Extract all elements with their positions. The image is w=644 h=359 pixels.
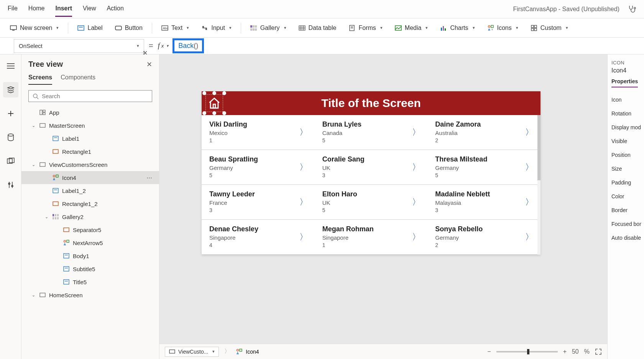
- breadcrumb-control[interactable]: Icon4: [236, 349, 259, 355]
- input-button[interactable]: Input▾: [197, 22, 236, 34]
- add-rail-icon[interactable]: [3, 106, 18, 121]
- breadcrumb-screen[interactable]: ViewCusto... ▾: [165, 347, 219, 357]
- tools-rail-icon[interactable]: [3, 177, 18, 193]
- search-input[interactable]: [28, 90, 152, 102]
- menu-action[interactable]: Action: [107, 1, 123, 17]
- gallery-item[interactable]: Coralie SangUK3〉: [315, 150, 428, 185]
- tree-item[interactable]: App: [21, 106, 159, 119]
- hamburger-icon[interactable]: [3, 58, 18, 74]
- tree-item[interactable]: ⌄HomeScreen: [21, 288, 159, 301]
- property-row[interactable]: Auto disable: [611, 231, 640, 245]
- datatable-button[interactable]: Data table: [294, 22, 341, 34]
- tree-item[interactable]: Rectangle1: [21, 145, 159, 158]
- fit-to-window-icon[interactable]: [595, 348, 602, 355]
- chevron-right-icon[interactable]: 〉: [299, 161, 308, 173]
- chevron-right-icon[interactable]: 〉: [525, 127, 534, 138]
- tree-item[interactable]: NextArrow5: [21, 236, 159, 249]
- menu-view[interactable]: View: [83, 1, 96, 17]
- gallery-item[interactable]: Denae ChesleySingapore4〉: [202, 220, 315, 255]
- gallery-item-name: Coralie Sang: [322, 155, 420, 163]
- property-row[interactable]: Rotation: [611, 107, 640, 120]
- property-row[interactable]: Display mod: [611, 120, 640, 134]
- app-canvas[interactable]: Title of the Screen Viki DarlingMexico1〉…: [202, 91, 540, 255]
- zoom-slider[interactable]: [496, 351, 558, 352]
- button-button[interactable]: Button: [110, 22, 147, 34]
- property-row[interactable]: Position: [611, 148, 640, 162]
- chevron-right-icon[interactable]: 〉: [299, 196, 308, 208]
- gallery-item[interactable]: Madaline NeblettMalayasia3〉: [427, 185, 540, 220]
- menu-home[interactable]: Home: [28, 1, 45, 17]
- gallery-item[interactable]: Sonya RebelloGermany2〉: [427, 220, 540, 255]
- gallery-item[interactable]: Elton HaroUK5〉: [315, 185, 428, 220]
- tree-item-label: App: [49, 109, 59, 116]
- gallery-item[interactable]: Beau SpratlingGermany5〉: [202, 150, 315, 185]
- more-icon[interactable]: ⋯: [146, 174, 155, 181]
- property-row[interactable]: Visible: [611, 134, 640, 148]
- chevron-right-icon[interactable]: 〉: [412, 161, 421, 173]
- chevron-right-icon[interactable]: 〉: [412, 127, 421, 138]
- tree-item-label: Label1: [62, 135, 79, 142]
- selected-icon-control[interactable]: [204, 93, 225, 114]
- tree-item[interactable]: Body1: [21, 249, 159, 262]
- gallery-button[interactable]: Gallery▾: [246, 22, 291, 34]
- tree-item[interactable]: Label1_2: [21, 184, 159, 197]
- charts-button[interactable]: Charts▾: [435, 22, 479, 34]
- gallery-item[interactable]: Megan RohmanSingapore1〉: [315, 220, 428, 255]
- property-row[interactable]: Size: [611, 162, 640, 176]
- tree-item[interactable]: Separator5: [21, 223, 159, 236]
- svg-rect-51: [43, 110, 45, 112]
- text-button[interactable]: Abc Text▾: [157, 22, 194, 34]
- property-row[interactable]: Padding: [611, 176, 640, 189]
- tree-item[interactable]: ⌄MasterScreen: [21, 119, 159, 132]
- gallery-item[interactable]: Bruna LylesCanada5〉: [315, 115, 428, 150]
- icons-button[interactable]: + Icons▾: [483, 22, 523, 34]
- label-button[interactable]: Label: [73, 22, 107, 34]
- custom-button[interactable]: Custom▾: [526, 22, 573, 34]
- tree-item[interactable]: Icon4⋯: [21, 171, 159, 184]
- close-icon[interactable]: ✕: [146, 60, 152, 69]
- tree-item[interactable]: Subtitle5: [21, 262, 159, 275]
- forms-button[interactable]: Forms▾: [344, 22, 387, 34]
- tree-item[interactable]: Rectangle1_2: [21, 197, 159, 210]
- data-rail-icon[interactable]: [3, 130, 18, 145]
- gallery-item[interactable]: Daine ZamoraAustralia2〉: [427, 115, 540, 150]
- canvas-scrollbar[interactable]: [537, 115, 540, 255]
- property-row[interactable]: Color: [611, 189, 640, 203]
- fx-button[interactable]: fx▾: [158, 42, 169, 50]
- tab-screens[interactable]: Screens: [28, 74, 52, 85]
- chevron-right-icon[interactable]: 〉: [525, 161, 534, 173]
- menu-insert[interactable]: Insert: [55, 1, 72, 17]
- formula-input[interactable]: Back(): [172, 38, 204, 53]
- gallery-item[interactable]: Viki DarlingMexico1〉: [202, 115, 315, 150]
- property-row[interactable]: Focused bor: [611, 217, 640, 231]
- chevron-right-icon[interactable]: 〉: [299, 127, 308, 138]
- tab-components[interactable]: Components: [61, 74, 95, 85]
- menu-file[interactable]: File: [8, 1, 18, 17]
- svg-rect-68: [57, 217, 59, 219]
- chevron-right-icon[interactable]: 〉: [525, 231, 534, 243]
- gallery-item[interactable]: Thresa MilsteadGermany5〉: [427, 150, 540, 185]
- gallery-item-country: UK: [322, 199, 420, 206]
- gallery-item[interactable]: Tawny LeederFrance3〉: [202, 185, 315, 220]
- treeview-rail-icon[interactable]: [3, 82, 18, 97]
- property-row[interactable]: Border: [611, 203, 640, 217]
- media-rail-icon[interactable]: [3, 153, 18, 169]
- property-row[interactable]: Icon: [611, 93, 640, 107]
- gallery-control[interactable]: Viki DarlingMexico1〉Bruna LylesCanada5〉D…: [202, 115, 540, 255]
- property-dropdown[interactable]: OnSelect ▾: [14, 39, 144, 53]
- tree-item[interactable]: Label1: [21, 132, 159, 145]
- tree-item[interactable]: ⌄Gallery2: [21, 210, 159, 223]
- media-button[interactable]: Media▾: [390, 22, 433, 34]
- tree-item[interactable]: Title5: [21, 275, 159, 288]
- new-screen-button[interactable]: New screen▾: [5, 22, 63, 34]
- zoom-in-button[interactable]: +: [563, 348, 567, 355]
- chevron-right-icon[interactable]: 〉: [412, 231, 421, 243]
- stethoscope-icon[interactable]: [627, 5, 636, 14]
- chevron-right-icon[interactable]: 〉: [412, 196, 421, 208]
- chevron-right-icon[interactable]: 〉: [299, 231, 308, 243]
- tree-item[interactable]: ⌄ViewCustomersScreen: [21, 158, 159, 171]
- zoom-out-button[interactable]: −: [487, 348, 491, 355]
- chevron-right-icon[interactable]: 〉: [525, 196, 534, 208]
- tab-properties[interactable]: Properties: [611, 78, 638, 87]
- svg-rect-65: [57, 214, 59, 216]
